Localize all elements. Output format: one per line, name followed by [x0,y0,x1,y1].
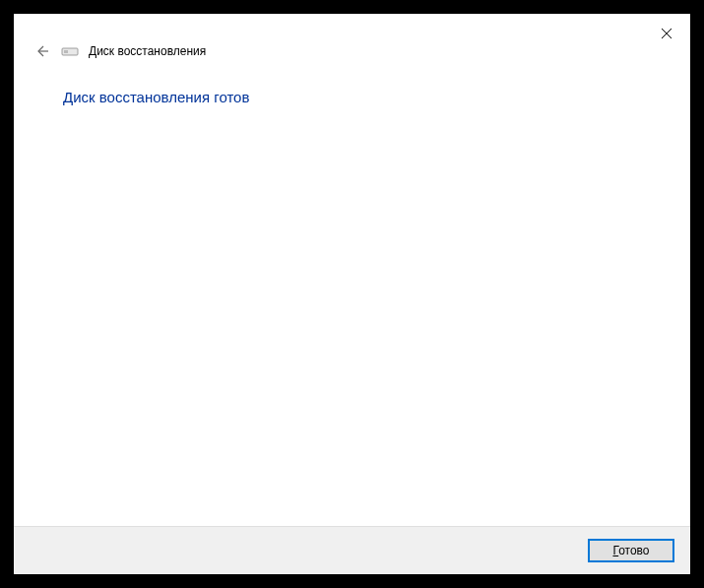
drive-icon [61,44,79,58]
dialog-window: Диск восстановления Диск восстановления … [14,14,690,574]
svg-rect-4 [64,50,68,53]
done-rest: отово [618,544,649,557]
close-button[interactable] [657,24,676,43]
back-arrow-icon [33,43,49,59]
back-button[interactable] [32,41,51,61]
header-row: Диск восстановления [14,14,690,61]
close-icon [661,28,672,39]
window-title: Диск восстановления [89,44,206,58]
main-heading: Диск восстановления готов [63,89,690,105]
done-button[interactable]: Готово [588,539,674,562]
footer-bar: Готово [14,526,690,574]
content-area: Диск восстановления готов [14,61,690,526]
